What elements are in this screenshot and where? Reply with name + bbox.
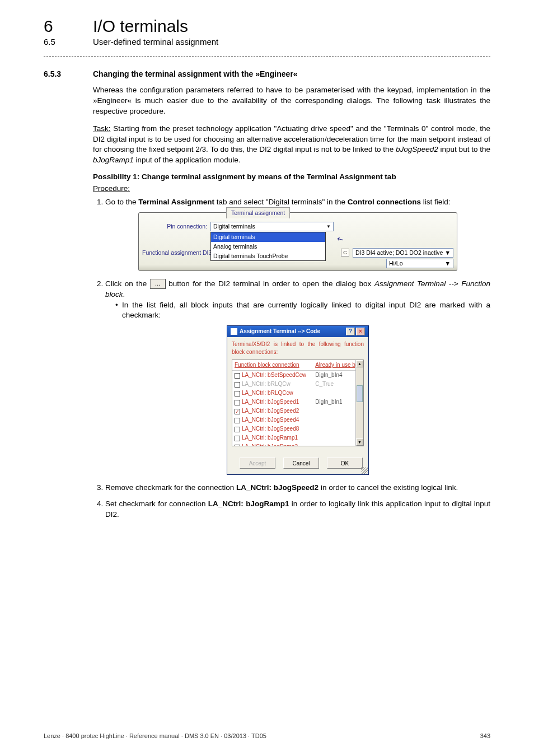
step-3: Remove checkmark for the connection LA_N… (105, 483, 490, 493)
pin-connection-dropdown[interactable]: Digital terminals Analog terminals Digit… (210, 232, 326, 261)
chapter-num: 6 (44, 17, 93, 36)
cursor-pointer-icon: ↖ (335, 233, 346, 246)
step1-text-c: tab and select "Digital terminals" in th… (214, 198, 348, 206)
row-name: LA_NCtrl: bSetSpeedCcw (242, 372, 306, 378)
step1-bold-field: Control connections (348, 198, 421, 206)
step1-text-a: Go to the (105, 198, 138, 206)
di3di4-combo[interactable]: DI3 DI4 active; DO1 DO2 inactive ▼ (353, 248, 453, 258)
hilo-combo[interactable]: Hi/Lo ▼ (386, 259, 453, 268)
list-item[interactable]: LA_NCtrl: bRLQCwC_True (232, 380, 363, 389)
section-title: User-defined terminal assignment (93, 37, 218, 46)
checkbox[interactable] (235, 436, 240, 441)
row-name: LA_NCtrl: bRLQCcw (242, 390, 293, 396)
scrollbar[interactable]: ▲ ▼ (355, 360, 363, 446)
step2-text-a: Click on the (105, 279, 150, 288)
task-text-3: input of the application module. (134, 156, 241, 164)
di3di4-value: DI3 DI4 active; DO1 DO2 inactive (355, 249, 443, 257)
step-2: Click on the ... button for the DI2 term… (105, 279, 490, 475)
dialog-title: Assignment Terminal --> Code (240, 328, 320, 335)
subsection-num: 6.5.3 (44, 69, 93, 78)
step2-text-c: . (123, 290, 125, 298)
step2-text-b: button for the DI2 terminal in order to … (166, 279, 374, 288)
step3-text-a: Remove checkmark for the connection (105, 483, 236, 492)
chevron-down-icon: ▼ (326, 223, 331, 230)
checkbox[interactable] (235, 445, 240, 447)
dialog-titlebar: Assignment Terminal --> Code ? × (227, 326, 368, 337)
chevron-down-icon: ▼ (445, 249, 451, 257)
cancel-button[interactable]: Cancel (283, 458, 319, 469)
dialog-subtitle: TerminalX5/DI2 is linked to the followin… (227, 337, 368, 358)
procedure-label: Procedure: (93, 184, 490, 193)
checkbox[interactable] (235, 400, 240, 405)
checkbox[interactable] (235, 382, 240, 388)
list-item[interactable]: LA_NCtrl: bJogSpeed1DigIn_bIn1 (232, 398, 363, 407)
checkbox[interactable] (235, 373, 240, 379)
ellipsis-button[interactable]: ... (150, 279, 166, 289)
possibility-1-heading: Possibility 1: Change terminal assignmen… (93, 172, 490, 181)
task-text-2: input but to the (438, 145, 490, 153)
divider (44, 57, 490, 57)
step-4: Set checkmark for connection LA_NCtrl: b… (105, 499, 490, 520)
dropdown-item-touchprobe[interactable]: Digital terminals TouchProbe (211, 251, 325, 261)
combo-value: Digital terminals (213, 222, 255, 231)
checkbox[interactable] (235, 391, 240, 396)
footer-info: Lenze · 8400 protec HighLine · Reference… (44, 732, 266, 739)
row-name: LA_NCtrl: bJogRamp2 (242, 444, 298, 446)
list-item[interactable]: LA_NCtrl: bJogSpeed8 (232, 424, 363, 433)
scroll-down-icon[interactable]: ▼ (356, 438, 363, 446)
list-item[interactable]: LA_NCtrl: bJogSpeed4 (232, 416, 363, 424)
col-function-block[interactable]: Function block connection (232, 360, 313, 371)
task-paragraph: Task: Starting from the preset technolog… (93, 124, 490, 166)
step3-text-b: in order to cancel the existing logical … (318, 483, 458, 492)
step1-bold-tab: Terminal Assignment (138, 198, 214, 206)
checkbox[interactable] (235, 427, 240, 432)
dropdown-item-digital[interactable]: Digital terminals (211, 232, 325, 242)
subsection-title: Changing the terminal assignment with th… (93, 69, 298, 78)
section-num: 6.5 (44, 37, 93, 46)
row-name: LA_NCtrl: bJogSpeed1 (242, 399, 299, 405)
c-button[interactable]: C (341, 249, 349, 256)
terminal-assignment-screenshot: Terminal assignment Pin connection: Digi… (138, 212, 457, 271)
terminal-assignment-tab[interactable]: Terminal assignment (226, 207, 290, 218)
task-label: Task: (93, 124, 111, 133)
row-name: LA_NCtrl: bJogSpeed2 (242, 408, 299, 414)
pin-connection-label: Pin connection: (142, 222, 207, 231)
scroll-up-icon[interactable]: ▲ (356, 360, 363, 367)
row-name: LA_NCtrl: bJogSpeed4 (242, 417, 299, 423)
step3-connection: LA_NCtrl: bJogSpeed2 (236, 483, 318, 492)
checkbox[interactable] (235, 409, 240, 414)
page-number: 343 (480, 732, 490, 739)
chapter-title: I/O terminals (93, 17, 188, 36)
step2-bullet: In the list field, all block inputs that… (115, 300, 490, 321)
intro-paragraph: Whereas the configuration parameters ref… (93, 85, 490, 117)
chevron-down-icon: ▼ (445, 259, 451, 268)
list-item[interactable]: LA_NCtrl: bJogRamp1 (232, 433, 363, 442)
accept-button[interactable]: Accept (240, 458, 275, 469)
pin-connection-combo[interactable]: Digital terminals ▼ (210, 222, 334, 231)
dialog-app-icon (231, 328, 237, 335)
step1-text-e: list field: (421, 198, 451, 206)
list-item[interactable]: LA_NCtrl: bJogRamp2 (232, 442, 363, 446)
ok-button[interactable]: OK (327, 458, 363, 469)
checkbox[interactable] (235, 418, 240, 423)
row-name: LA_NCtrl: bRLQCw (242, 381, 291, 387)
step4-connection: LA_NCtrl: bJogRamp1 (208, 500, 289, 508)
help-button[interactable]: ? (346, 328, 355, 335)
row-name: LA_NCtrl: bJogRamp1 (242, 435, 298, 441)
function-block-list[interactable]: Function block connection Already in use… (232, 360, 364, 446)
bjogspeed2: bJogSpeed2 (396, 145, 438, 153)
list-item[interactable]: LA_NCtrl: bSetSpeedCcwDigIn_bIn4 (232, 371, 363, 380)
step-1: Go to the Terminal Assignment tab and se… (105, 197, 490, 271)
hilo-value: Hi/Lo (389, 259, 403, 268)
bjogramp1: bJogRamp1 (93, 156, 134, 164)
assignment-dialog-screenshot: Assignment Terminal --> Code ? × Termina… (227, 325, 369, 475)
dropdown-item-analog[interactable]: Analog terminals (211, 242, 325, 251)
resize-grip-icon[interactable] (361, 467, 368, 474)
step4-text-a: Set checkmark for connection (105, 500, 208, 508)
row-name: LA_NCtrl: bJogSpeed8 (242, 426, 299, 432)
scroll-thumb[interactable] (357, 385, 363, 402)
close-button[interactable]: × (356, 328, 365, 335)
list-item[interactable]: LA_NCtrl: bJogSpeed2 (232, 407, 363, 416)
list-item[interactable]: LA_NCtrl: bRLQCcw (232, 389, 363, 398)
